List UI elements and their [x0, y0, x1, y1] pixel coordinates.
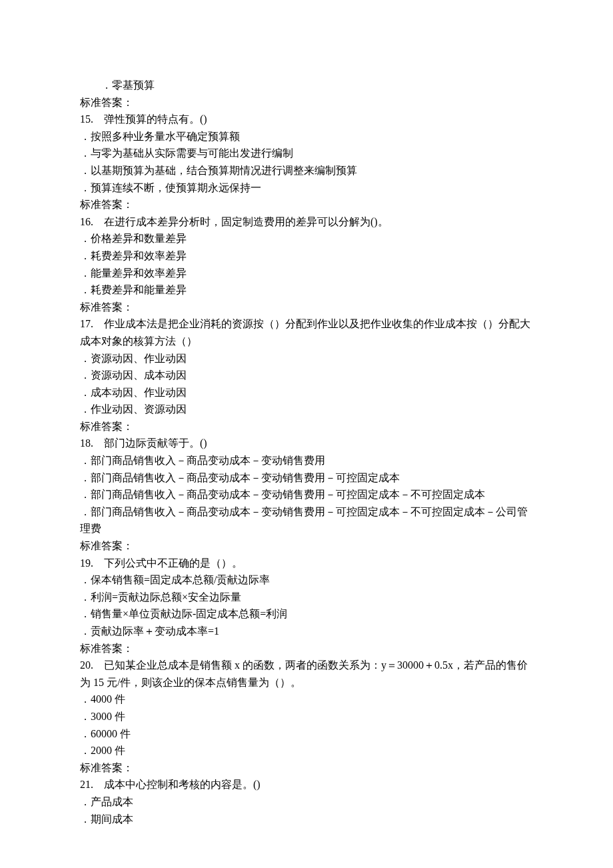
option: ．与零为基础从实际需要与可能出发进行编制: [80, 145, 533, 162]
question-header: 17.作业成本法是把企业消耗的资源按（）分配到作业以及把作业收集的作业成本按（）…: [80, 315, 533, 349]
option: ．部门商品销售收入－商品变动成本－变动销售费用－可控固定成本: [80, 469, 533, 487]
answer-label: 标准答案：: [80, 94, 533, 111]
question-text: 作业成本法是把企业消耗的资源按（）分配到作业以及把作业收集的作业成本按（）分配大…: [80, 318, 530, 347]
question-text: 已知某企业总成本是销售额 x 的函数，两者的函数关系为：y＝30000＋0.5x…: [80, 659, 528, 688]
option: ．期间成本: [80, 811, 533, 828]
question-number: 21.: [80, 779, 93, 790]
question-number: 16.: [80, 216, 93, 227]
option: ．耗费差异和能量差异: [80, 281, 533, 299]
answer-label: 标准答案：: [80, 537, 533, 555]
option: ．以基期预算为基础，结合预算期情况进行调整来编制预算: [80, 162, 533, 179]
option: ．贡献边际率＋变动成本率=1: [80, 623, 533, 640]
option: ．部门商品销售收入－商品变动成本－变动销售费用－可控固定成本－不可控固定成本: [80, 486, 533, 503]
answer-label: 标准答案：: [80, 196, 533, 213]
answer-label: 标准答案：: [80, 640, 533, 657]
option: ．60000 件: [80, 725, 533, 743]
option: ．2000 件: [80, 742, 533, 759]
question-number: 20.: [80, 659, 93, 671]
question-text: 部门边际贡献等于。(): [104, 437, 207, 449]
option: ．价格差异和数量差异: [80, 230, 533, 247]
question-header: 15.弹性预算的特点有。(): [80, 111, 533, 128]
question-number: 15.: [80, 113, 93, 125]
questions-container: 15.弹性预算的特点有。()．按照多种业务量水平确定预算额．与零为基础从实际需要…: [80, 111, 533, 827]
option: ．按照多种业务量水平确定预算额: [80, 128, 533, 145]
option: ．预算连续不断，使预算期永远保持一: [80, 179, 533, 197]
option: ．3000 件: [80, 708, 533, 725]
question-header: 19.下列公式中不正确的是（）。: [80, 555, 533, 572]
option: ．耗费差异和效率差异: [80, 247, 533, 265]
question-header: 21.成本中心控制和考核的内容是。(): [80, 776, 533, 793]
option: ．成本动因、作业动因: [80, 384, 533, 401]
answer-label: 标准答案：: [80, 759, 533, 777]
option: ．能量差异和效率差异: [80, 265, 533, 282]
option: ．部门商品销售收入－商品变动成本－变动销售费用: [80, 452, 533, 469]
option: ．销售量×单位贡献边际-固定成本总额=利润: [80, 605, 533, 623]
option: ．保本销售额=固定成本总额/贡献边际率: [80, 571, 533, 589]
question-text: 弹性预算的特点有。(): [104, 113, 207, 125]
option: ．产品成本: [80, 793, 533, 811]
document-page: ．零基预算 标准答案： 15.弹性预算的特点有。()．按照多种业务量水平确定预算…: [0, 0, 613, 867]
option: ．作业动因、资源动因: [80, 401, 533, 418]
question-header: 16.在进行成本差异分析时，固定制造费用的差异可以分解为()。: [80, 213, 533, 231]
answer-label: 标准答案：: [80, 299, 533, 316]
question-text: 下列公式中不正确的是（）。: [104, 557, 243, 569]
option: ．资源动因、成本动因: [80, 367, 533, 384]
question-header: 20.已知某企业总成本是销售额 x 的函数，两者的函数关系为：y＝30000＋0…: [80, 657, 533, 691]
question-text: 成本中心控制和考核的内容是。(): [104, 779, 261, 790]
question-header: 18.部门边际贡献等于。(): [80, 435, 533, 452]
question-number: 18.: [80, 437, 93, 449]
stray-option: ．零基预算: [80, 77, 533, 94]
option: ．4000 件: [80, 691, 533, 708]
question-text: 在进行成本差异分析时，固定制造费用的差异可以分解为()。: [104, 216, 388, 227]
option: ．部门商品销售收入－商品变动成本－变动销售费用－可控固定成本－不可控固定成本－公…: [80, 503, 533, 537]
option: ．利润=贡献边际总额×安全边际量: [80, 589, 533, 606]
answer-label: 标准答案：: [80, 418, 533, 435]
question-number: 17.: [80, 318, 93, 329]
option: ．资源动因、作业动因: [80, 350, 533, 367]
question-number: 19.: [80, 557, 93, 569]
